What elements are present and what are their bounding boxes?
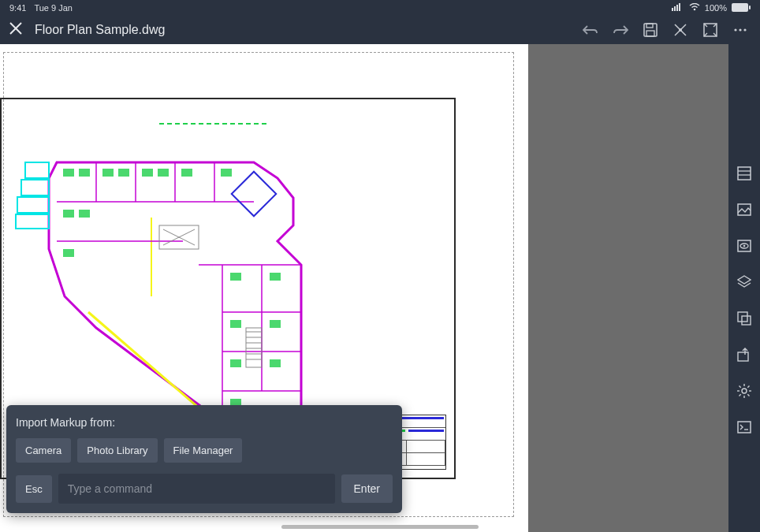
svg-rect-3 [679, 3, 680, 11]
console-icon[interactable] [733, 416, 755, 438]
svg-rect-50 [79, 210, 90, 218]
save-button[interactable] [642, 21, 659, 39]
svg-rect-51 [63, 249, 74, 257]
svg-rect-53 [270, 273, 281, 281]
svg-rect-54 [230, 320, 241, 328]
svg-rect-11 [646, 31, 654, 36]
svg-rect-47 [181, 169, 192, 177]
svg-point-81 [743, 245, 746, 247]
svg-point-86 [742, 389, 747, 393]
svg-rect-85 [738, 352, 748, 361]
dialog-title: Import Markup from: [16, 416, 393, 429]
command-input[interactable] [58, 474, 335, 504]
svg-rect-57 [270, 359, 281, 367]
svg-point-18 [743, 28, 746, 31]
export-icon[interactable] [733, 344, 755, 366]
svg-line-92 [747, 394, 749, 396]
svg-rect-23 [16, 214, 49, 229]
svg-rect-41 [63, 169, 74, 177]
right-sidebar [728, 44, 760, 532]
enter-button[interactable]: Enter [341, 474, 393, 503]
svg-rect-1 [674, 6, 676, 11]
svg-rect-49 [63, 210, 74, 218]
svg-rect-56 [230, 359, 241, 367]
svg-line-93 [740, 394, 741, 396]
svg-rect-84 [742, 316, 751, 325]
properties-icon[interactable] [733, 162, 755, 184]
esc-button[interactable]: Esc [16, 475, 52, 503]
status-time: 9:41 [9, 3, 26, 13]
svg-rect-21 [21, 180, 49, 195]
home-indicator[interactable] [281, 525, 479, 529]
measure-button[interactable] [672, 21, 689, 39]
svg-rect-5 [732, 3, 748, 12]
more-button[interactable] [732, 21, 749, 39]
signal-icon [672, 3, 684, 13]
redo-button[interactable] [612, 21, 629, 39]
camera-button[interactable]: Camera [16, 438, 71, 463]
svg-line-94 [747, 386, 749, 388]
svg-rect-52 [230, 273, 241, 281]
layers-icon[interactable] [733, 271, 755, 293]
svg-rect-22 [17, 197, 49, 213]
battery-pct: 100% [705, 3, 727, 13]
svg-rect-48 [221, 169, 232, 177]
wifi-icon [689, 3, 700, 13]
settings-icon[interactable] [733, 380, 755, 402]
top-toolbar: Floor Plan Sample.dwg [0, 16, 760, 44]
undo-button[interactable] [582, 21, 599, 39]
svg-rect-78 [738, 204, 751, 215]
image-icon[interactable] [733, 199, 755, 221]
svg-rect-75 [738, 167, 751, 180]
fullscreen-button[interactable] [702, 21, 719, 39]
svg-rect-2 [676, 5, 678, 11]
svg-rect-83 [738, 312, 747, 322]
svg-rect-0 [672, 8, 673, 11]
section-line [159, 121, 270, 126]
svg-rect-42 [79, 169, 90, 177]
svg-marker-82 [738, 276, 751, 284]
svg-rect-67 [246, 328, 262, 367]
svg-point-4 [694, 9, 696, 11]
svg-rect-20 [25, 162, 49, 178]
svg-rect-63 [232, 172, 277, 217]
svg-rect-95 [738, 422, 751, 433]
svg-rect-46 [158, 169, 169, 177]
svg-rect-6 [749, 6, 751, 9]
svg-rect-44 [118, 169, 129, 177]
svg-point-14 [679, 28, 682, 32]
svg-line-91 [740, 386, 741, 388]
svg-rect-43 [102, 169, 114, 177]
import-markup-dialog: Import Markup from: Camera Photo Library… [6, 405, 402, 513]
file-title: Floor Plan Sample.dwg [35, 23, 165, 37]
svg-point-16 [734, 28, 736, 31]
close-button[interactable] [6, 19, 25, 42]
status-date: Tue 9 Jan [34, 3, 73, 13]
status-bar: 9:41 Tue 9 Jan 100% [0, 0, 760, 16]
svg-rect-45 [142, 169, 153, 177]
file-manager-button[interactable]: File Manager [164, 438, 243, 463]
photo-library-button[interactable]: Photo Library [77, 438, 157, 463]
blocks-icon[interactable] [733, 307, 755, 329]
view-icon[interactable] [733, 235, 755, 257]
svg-point-17 [739, 28, 741, 31]
battery-icon [732, 3, 751, 13]
svg-rect-55 [270, 320, 281, 328]
